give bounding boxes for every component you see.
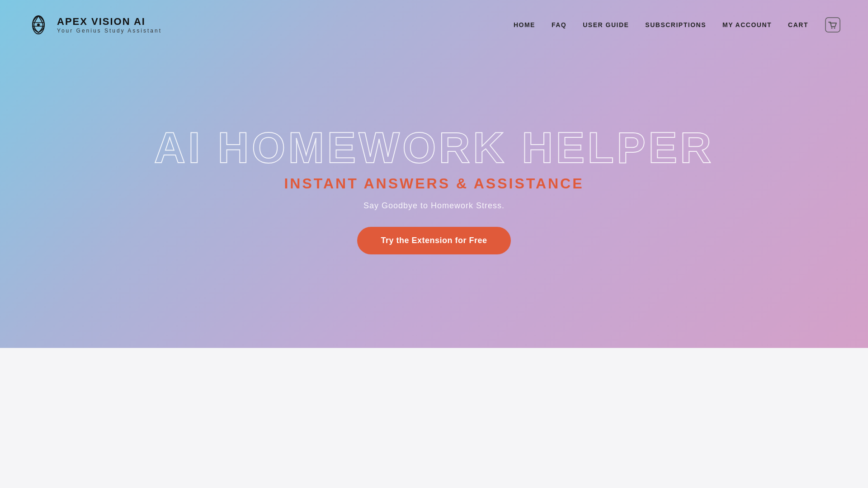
logo-text-block: APEX VISION AI Your Genius Study Assista… xyxy=(57,16,162,34)
nav-item-home[interactable]: HOME xyxy=(514,21,535,29)
cart-icon xyxy=(825,17,841,33)
hero-section: APEX VISION AI Your Genius Study Assista… xyxy=(0,0,868,348)
bottom-section xyxy=(0,348,868,488)
nav-item-user-guide[interactable]: USER GUIDE xyxy=(583,21,629,29)
nav-link-user-guide[interactable]: USER GUIDE xyxy=(583,21,629,28)
svg-point-6 xyxy=(834,28,835,29)
nav-link-home[interactable]: HOME xyxy=(514,21,535,28)
nav-link-cart[interactable]: CART xyxy=(788,21,808,28)
logo-area[interactable]: APEX VISION AI Your Genius Study Assista… xyxy=(27,14,162,36)
nav-item-faq[interactable]: FAQ xyxy=(552,21,566,29)
cart-icon-wrapper[interactable] xyxy=(825,17,841,33)
svg-point-3 xyxy=(37,23,40,26)
hero-main-title: AI HOMEWORK HELPER xyxy=(154,125,714,171)
nav-link-my-account[interactable]: MY ACCOUNT xyxy=(722,21,772,28)
cta-button[interactable]: Try the Extension for Free xyxy=(357,227,510,254)
nav-item-my-account[interactable]: MY ACCOUNT xyxy=(722,21,772,29)
navbar: APEX VISION AI Your Genius Study Assista… xyxy=(0,0,868,50)
svg-rect-4 xyxy=(826,18,840,32)
brand-title: APEX VISION AI xyxy=(57,16,162,28)
nav-item-subscriptions[interactable]: SUBSCRIPTIONS xyxy=(645,21,706,29)
hero-content: AI HOMEWORK HELPER INSTANT ANSWERS & ASS… xyxy=(0,32,868,348)
hero-sub-title: INSTANT ANSWERS & ASSISTANCE xyxy=(284,175,584,192)
nav-link-subscriptions[interactable]: SUBSCRIPTIONS xyxy=(645,21,706,28)
logo-icon xyxy=(27,14,50,36)
nav-links: HOME FAQ USER GUIDE SUBSCRIPTIONS MY ACC… xyxy=(514,17,841,33)
nav-link-faq[interactable]: FAQ xyxy=(552,21,566,28)
svg-point-5 xyxy=(831,28,833,29)
brand-subtitle: Your Genius Study Assistant xyxy=(57,28,162,34)
hero-tagline: Say Goodbye to Homework Stress. xyxy=(363,201,505,211)
cart-icon-item[interactable] xyxy=(825,17,841,33)
nav-item-cart[interactable]: CART xyxy=(788,21,808,29)
